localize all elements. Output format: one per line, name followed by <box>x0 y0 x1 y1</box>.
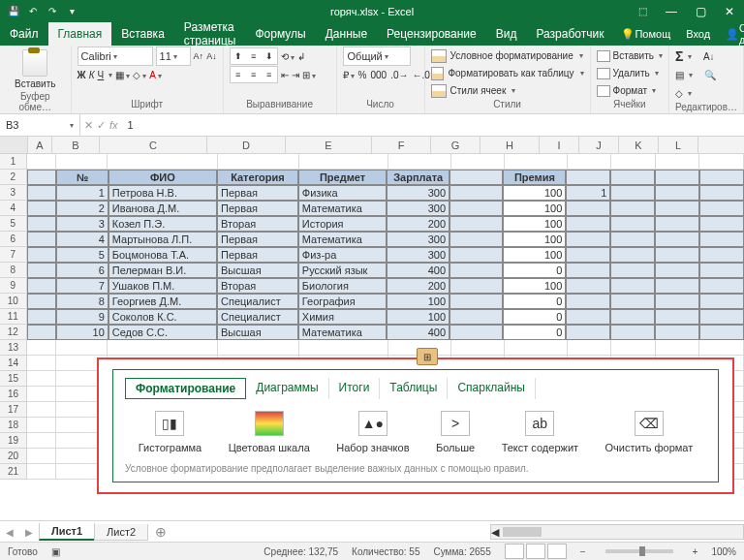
cancel-formula-icon[interactable]: ✕ <box>84 119 93 132</box>
cell[interactable] <box>218 340 299 356</box>
cell[interactable] <box>566 170 610 185</box>
cell[interactable]: 5 <box>56 247 108 263</box>
cell[interactable] <box>655 170 699 185</box>
delete-cells-button[interactable]: Удалить▾ <box>597 65 663 81</box>
row-header[interactable]: 7 <box>0 247 27 263</box>
tab-insert[interactable]: Вставка <box>111 22 174 46</box>
cell[interactable] <box>108 154 217 170</box>
insert-cells-button[interactable]: Вставить▾ <box>597 47 663 64</box>
cell[interactable] <box>699 263 744 278</box>
cell[interactable] <box>566 278 610 294</box>
cell[interactable]: Химия <box>298 309 387 325</box>
cell[interactable]: 100 <box>387 309 450 325</box>
cell[interactable]: Биология <box>298 278 387 294</box>
cell[interactable] <box>450 247 503 263</box>
tab-review[interactable]: Рецензирование <box>377 22 486 46</box>
percent-icon[interactable]: % <box>358 70 367 80</box>
qa-opt-colorscale[interactable]: Цветовая шкала <box>229 411 310 453</box>
cell[interactable] <box>655 185 699 201</box>
cell[interactable] <box>610 170 655 185</box>
qa-tab-formatting[interactable]: Форматирование <box>125 378 246 399</box>
cell[interactable]: ФИО <box>108 170 217 185</box>
cell[interactable]: 7 <box>56 278 108 294</box>
underline-button[interactable]: Ч <box>98 70 105 80</box>
cell[interactable]: Вторая <box>217 278 298 294</box>
cell[interactable]: 100 <box>503 278 566 294</box>
col-header[interactable]: H <box>480 137 540 153</box>
cell[interactable] <box>27 154 56 170</box>
font-name-select[interactable]: Calibri▾ <box>78 47 153 66</box>
cell[interactable] <box>388 154 451 170</box>
row-header[interactable]: 12 <box>0 325 27 340</box>
cell[interactable] <box>699 294 744 309</box>
cell[interactable]: Первая <box>217 185 298 201</box>
cell[interactable] <box>699 185 744 201</box>
tab-home[interactable]: Главная <box>48 22 112 46</box>
cell[interactable] <box>27 387 56 402</box>
col-header[interactable]: B <box>52 137 100 153</box>
qa-opt-clear[interactable]: ⌫Очистить формат <box>605 411 694 453</box>
cell[interactable]: 100 <box>387 294 450 309</box>
clear-icon[interactable]: ◇ <box>675 88 683 99</box>
cell[interactable]: 100 <box>503 247 566 263</box>
formula-input[interactable]: 1 <box>122 119 744 131</box>
cell[interactable]: Вторая <box>217 216 298 232</box>
row-header[interactable]: 3 <box>0 185 27 201</box>
row-header[interactable]: 1 <box>0 154 27 170</box>
cell[interactable] <box>566 232 610 247</box>
cell[interactable] <box>568 154 612 170</box>
cell[interactable]: 300 <box>387 247 450 263</box>
macro-record-icon[interactable]: ▣ <box>51 546 60 557</box>
qat-dropdown-icon[interactable]: ▾ <box>64 4 79 19</box>
cell[interactable]: Петрова Н.В. <box>108 185 217 201</box>
italic-button[interactable]: К <box>89 70 95 80</box>
cell[interactable] <box>566 263 610 278</box>
fill-icon[interactable]: ▤ <box>675 70 684 80</box>
cell[interactable] <box>451 340 505 356</box>
sheet-tab-2[interactable]: Лист2 <box>94 524 148 541</box>
cell[interactable] <box>299 154 388 170</box>
worksheet-grid[interactable]: A B C D E F G H I J K L 12№ФИОКатегорияП… <box>0 137 744 505</box>
row-header[interactable]: 5 <box>0 216 27 232</box>
cell[interactable]: 1 <box>56 185 108 201</box>
select-all-corner[interactable] <box>0 137 28 153</box>
col-header[interactable]: E <box>286 137 372 153</box>
cell[interactable]: 2 <box>56 201 108 216</box>
cell[interactable] <box>505 154 568 170</box>
cell[interactable]: 100 <box>503 216 566 232</box>
save-icon[interactable]: 💾 <box>6 4 21 19</box>
cell[interactable]: Физика <box>298 185 387 201</box>
quick-analysis-icon[interactable]: ⊞ <box>417 348 438 365</box>
row-header[interactable]: 10 <box>0 294 27 309</box>
qa-opt-greater[interactable]: >Больше <box>436 411 475 453</box>
cell[interactable] <box>27 340 56 356</box>
row-header[interactable]: 15 <box>0 371 27 387</box>
cell[interactable]: Высшая <box>217 325 298 340</box>
col-header[interactable]: D <box>207 137 286 153</box>
font-color-icon[interactable]: A▾ <box>149 70 162 80</box>
cell[interactable]: 4 <box>56 232 108 247</box>
row-header[interactable]: 21 <box>0 464 27 480</box>
cell[interactable] <box>56 340 108 356</box>
cell[interactable]: Специалист <box>217 294 298 309</box>
zoom-out-icon[interactable]: − <box>580 546 586 557</box>
cell[interactable] <box>655 247 699 263</box>
cell[interactable]: 400 <box>387 325 450 340</box>
row-header[interactable]: 16 <box>0 387 27 402</box>
cell[interactable] <box>450 185 503 201</box>
cell[interactable] <box>450 170 503 185</box>
increase-decimal-icon[interactable]: .0→ <box>390 70 408 80</box>
cell[interactable] <box>610 185 655 201</box>
col-header[interactable]: A <box>28 137 52 153</box>
cell[interactable] <box>450 263 503 278</box>
row-header[interactable]: 19 <box>0 433 27 449</box>
qa-tab-charts[interactable]: Диаграммы <box>246 378 328 399</box>
cell[interactable] <box>699 201 744 216</box>
fill-color-icon[interactable]: ◇▾ <box>133 70 146 80</box>
cell[interactable]: 1 <box>566 185 610 201</box>
cell[interactable] <box>27 309 57 325</box>
font-size-select[interactable]: 11▾ <box>156 47 191 66</box>
ribbon-options-icon[interactable]: ⬚ <box>628 0 657 22</box>
row-header[interactable]: 9 <box>0 278 27 294</box>
row-header[interactable]: 2 <box>0 170 27 185</box>
